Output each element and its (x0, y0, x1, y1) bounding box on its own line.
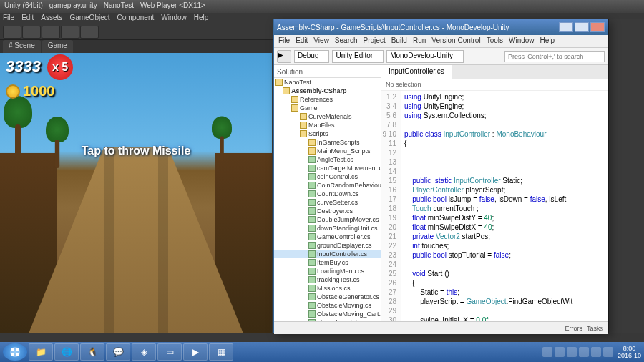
maximize-button[interactable] (575, 22, 589, 32)
tree-item[interactable]: Assembly-CSharp (274, 87, 381, 95)
menu-item[interactable]: Edit (21, 14, 34, 24)
move-tool[interactable] (22, 26, 41, 39)
inspector-panel[interactable] (608, 19, 644, 333)
menu-item[interactable]: Window (509, 36, 535, 46)
tree-item[interactable]: ObstacleMoving_Cart.cs (274, 310, 381, 318)
platform-dropdown[interactable]: Unity Editor (332, 50, 384, 63)
config-dropdown[interactable]: Debug (294, 50, 329, 63)
menu-item[interactable]: Run (413, 36, 426, 46)
tray-icon[interactable] (555, 347, 565, 357)
tree-item[interactable]: coinControl.cs (274, 172, 381, 181)
editor-tab[interactable]: InputController.cs (381, 65, 452, 79)
mono-menu[interactable]: FileEditViewSearchProjectBuildRunVersion… (274, 35, 608, 48)
tray-icon[interactable] (579, 347, 589, 357)
tray-icon[interactable] (567, 347, 577, 357)
tree-item[interactable]: AngleTest.cs (274, 155, 381, 164)
tree-item[interactable]: CurveMaterials (274, 112, 381, 121)
tree-item[interactable]: MainMenu_Scripts (274, 147, 381, 155)
mono-statusbar: Errors Tasks (274, 321, 608, 334)
code-editor[interactable]: InputController.cs No selection 1 2 3 4 … (381, 65, 608, 321)
tree-item[interactable]: NanoTest (274, 78, 381, 87)
tree-item[interactable]: trackingTest.cs (274, 275, 381, 284)
tree-item[interactable]: LoadingMenu.cs (274, 267, 381, 275)
unity-tab[interactable]: # Scene (3, 40, 41, 53)
tasks-label[interactable]: Tasks (587, 325, 603, 332)
task-explorer[interactable]: 📁 (29, 343, 53, 361)
menu-item[interactable]: Window (161, 14, 187, 24)
tree-item[interactable]: Scripts (274, 129, 381, 138)
tree-item[interactable]: Missions.cs (274, 284, 381, 293)
minimize-button[interactable] (559, 22, 573, 32)
tree-item[interactable]: groundDisplayer.cs (274, 241, 381, 250)
solution-tree[interactable]: Solution NanoTestAssembly-CSharpReferenc… (274, 65, 381, 321)
tree-item[interactable]: References (274, 95, 381, 104)
menu-item[interactable]: File (278, 36, 290, 46)
game-view[interactable]: 3333 x 5 1000 Tap to throw Missile (0, 53, 272, 333)
tree-item[interactable]: ItemBuy.cs (274, 258, 381, 267)
menu-item[interactable]: GameObject (69, 14, 109, 24)
menu-item[interactable]: Component (117, 14, 155, 24)
tree-item[interactable]: curveSetter.cs (274, 198, 381, 207)
tree-item[interactable]: GameController.cs (274, 233, 381, 241)
device-dropdown[interactable]: MonoDevelop-Unity (386, 50, 464, 63)
editor-tabs: InputController.cs (381, 65, 608, 79)
file-icon (308, 207, 316, 215)
task-browser[interactable]: 🌐 (54, 343, 79, 361)
file-icon (308, 216, 316, 223)
tree-item[interactable]: InGameScripts (274, 138, 381, 147)
breadcrumb[interactable]: No selection (381, 79, 608, 91)
tray-icon[interactable] (591, 347, 601, 357)
tray-icons[interactable] (542, 347, 613, 357)
rect-tool[interactable] (80, 26, 99, 39)
tree-item[interactable]: CoinRandomBehaviour.cs (274, 181, 381, 190)
menu-item[interactable]: Build (391, 36, 407, 46)
tree-label: MainMenu_Scripts (317, 147, 371, 155)
menu-item[interactable]: Edit (296, 36, 308, 46)
mono-titlebar[interactable]: Assembly-CSharp - GameScripts\InputContr… (274, 19, 608, 35)
task-unity[interactable]: ◈ (132, 343, 156, 361)
tree-item[interactable]: Destroyer.cs (274, 207, 381, 215)
tray-icon[interactable] (542, 347, 552, 357)
tree-label: curveSetter.cs (317, 199, 358, 206)
menu-item[interactable]: Project (364, 36, 386, 46)
code-lines[interactable]: using UnityEngine; using UnityEngine; us… (401, 91, 575, 321)
close-button[interactable] (590, 22, 605, 32)
run-button[interactable]: ▶ (277, 50, 291, 63)
tree-item[interactable]: InputController.cs (274, 250, 381, 258)
file-icon (308, 156, 316, 163)
system-tray[interactable]: 8:00 2016-10 (542, 345, 641, 359)
menu-item[interactable]: Help (540, 36, 555, 46)
search-input[interactable] (504, 51, 605, 62)
errors-label[interactable]: Errors (565, 325, 582, 332)
tree-item[interactable]: camTargetMovement.cs (274, 164, 381, 172)
menu-item[interactable]: Help (194, 14, 209, 24)
taskbar[interactable]: 📁 🌐 🐧 💬 ◈ ▭ ▶ ▦ 8:00 2016-10 (0, 342, 644, 362)
tray-icon[interactable] (603, 347, 613, 357)
task-app[interactable]: ▦ (209, 343, 233, 361)
menu-item[interactable]: Search (335, 36, 358, 46)
menu-item[interactable]: Tools (487, 36, 503, 46)
scale-tool[interactable] (61, 26, 79, 39)
menu-item[interactable]: View (313, 36, 329, 46)
unity-tab[interactable]: Game (42, 40, 73, 53)
task-media[interactable]: ▶ (183, 343, 208, 361)
hand-tool[interactable] (3, 26, 21, 39)
tree-item[interactable]: obstacleWeight.cs (274, 318, 381, 321)
task-app[interactable]: 🐧 (80, 343, 104, 361)
menu-item[interactable]: Assets (41, 14, 62, 24)
tree-item[interactable]: MapFiles (274, 121, 381, 129)
menu-item[interactable]: Version Control (431, 36, 480, 46)
tree-item[interactable]: ObstacleGenerator.cs (274, 293, 381, 301)
tree-item[interactable]: DoubleJumpMover.cs (274, 215, 381, 224)
menu-item[interactable]: File (3, 14, 14, 24)
tree-item[interactable]: CountDown.cs (274, 190, 381, 198)
tree-item[interactable]: Game (274, 104, 381, 112)
file-icon (308, 233, 316, 240)
rotate-tool[interactable] (42, 26, 60, 39)
start-button[interactable] (3, 343, 27, 361)
task-mono[interactable]: ▭ (157, 343, 182, 361)
task-app[interactable]: 💬 (106, 343, 130, 361)
clock[interactable]: 8:00 2016-10 (618, 345, 641, 359)
tree-item[interactable]: ObstacleMoving.cs (274, 301, 381, 310)
tree-item[interactable]: downStandingUnit.cs (274, 224, 381, 233)
